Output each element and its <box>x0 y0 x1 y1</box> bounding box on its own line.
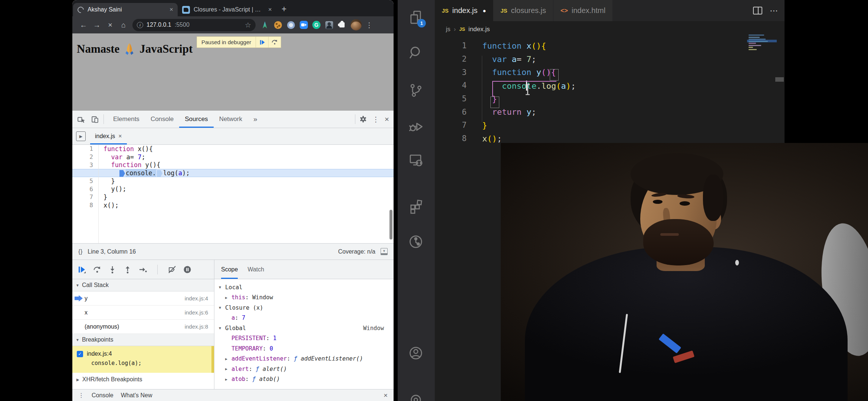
step-icon[interactable] <box>138 265 147 274</box>
tab-indexhtml[interactable]: <> index.html <box>553 0 613 21</box>
scope-section-local[interactable]: ▼Local <box>214 282 394 293</box>
scope-prop-this[interactable]: ▶this: Window <box>214 293 394 303</box>
tab-network[interactable]: Network <box>214 111 248 128</box>
source-control-icon[interactable] <box>408 82 424 99</box>
ext-colorful-icon[interactable] <box>260 20 269 29</box>
line-number[interactable]: 5 <box>72 177 98 185</box>
resume-icon[interactable] <box>78 265 86 274</box>
ext-zoom-icon[interactable] <box>299 20 308 29</box>
inspect-element-icon[interactable] <box>77 115 86 124</box>
xhr-bre akpoints-header[interactable]: ▶ XHR/fetch Breakpoints <box>72 373 214 386</box>
browser-tab-active[interactable]: Akshay Saini × <box>73 3 178 16</box>
line-number[interactable]: 2 <box>72 153 98 160</box>
account-icon[interactable] <box>408 345 424 362</box>
call-stack-frame[interactable]: x index.js:6 <box>72 306 214 320</box>
scope-section-closure[interactable]: ▼Closure (x) <box>214 303 394 313</box>
tab-console[interactable]: Console <box>145 111 179 128</box>
device-toolbar-icon[interactable] <box>91 115 100 124</box>
search-icon[interactable] <box>408 45 424 61</box>
drawer-menu-icon[interactable]: ⋮ <box>78 392 84 399</box>
drawer-tab-whats-new[interactable]: What's New <box>121 392 152 399</box>
devtools-close-icon[interactable]: × <box>385 115 389 124</box>
step-out-icon[interactable] <box>123 265 132 274</box>
back-icon[interactable]: ← <box>77 21 90 29</box>
new-tab-button[interactable]: + <box>276 4 292 16</box>
ext-loom-icon[interactable] <box>286 20 295 29</box>
ext-profile-icon[interactable] <box>325 20 333 29</box>
timeline-icon[interactable] <box>408 234 424 250</box>
ext-grammarly-icon[interactable]: G <box>312 21 320 29</box>
line-number[interactable]: 8 <box>72 202 98 209</box>
run-debug-icon[interactable] <box>408 119 424 135</box>
tab-close-icon[interactable]: × <box>170 6 173 13</box>
tab-scope[interactable]: Scope <box>221 260 238 279</box>
resume-script-icon[interactable] <box>256 37 268 48</box>
bookmark-star-icon[interactable]: ☆ <box>245 21 251 29</box>
step-into-icon[interactable] <box>108 265 117 274</box>
line-number[interactable]: 6 <box>72 186 98 193</box>
tab-indexjs[interactable]: JS index.js ● <box>435 0 493 21</box>
remote-explorer-icon[interactable] <box>408 152 424 169</box>
file-tab-close-icon[interactable]: × <box>118 133 122 140</box>
step-over-icon[interactable] <box>93 265 102 274</box>
scope-prop-temporary[interactable]: TEMPORARY: 0 <box>214 343 394 354</box>
extensions-puzzle-icon[interactable] <box>338 20 346 29</box>
unsaved-dot-icon[interactable]: ● <box>483 7 486 14</box>
split-editor-icon[interactable] <box>753 7 762 14</box>
tab-watch[interactable]: Watch <box>247 260 264 279</box>
tab-closuresjs[interactable]: JS closures.js <box>493 0 553 21</box>
line-number[interactable]: 7 <box>72 193 98 200</box>
source-file-tab[interactable]: index.js × <box>90 128 127 144</box>
coverage-icon[interactable]: ▼ <box>381 248 388 255</box>
code-area[interactable]: 1function x(){ 2 var a= 7; 3 function y(… <box>435 37 785 145</box>
show-navigator-icon[interactable]: ▶ <box>76 131 86 141</box>
breakpoints-header[interactable]: ▼ Breakpoints <box>72 334 214 346</box>
editor-scrollbar-thumb[interactable] <box>775 77 784 82</box>
step-over-icon[interactable] <box>268 37 281 48</box>
tab-sources[interactable]: Sources <box>179 111 213 128</box>
home-icon[interactable]: ⌂ <box>117 21 130 29</box>
breakpoint-entry[interactable]: ✓ index.js:4 console.log(a); <box>72 346 214 373</box>
settings-gear-icon[interactable] <box>359 115 367 123</box>
scrollbar-thumb[interactable] <box>389 210 392 239</box>
active-bracket-guide-top <box>492 81 556 82</box>
pause-on-exceptions-icon[interactable] <box>183 265 192 274</box>
scope-prop-atob[interactable]: ▶atob: ƒ atob() <box>214 374 394 385</box>
devtools-menu-icon[interactable]: ⋮ <box>372 115 379 124</box>
scope-prop-addeventlistener[interactable]: ▶addEventListener: ƒ addEventListener() <box>214 354 394 364</box>
line-number[interactable]: 3 <box>72 162 98 169</box>
call-stack-header[interactable]: ▼ Call Stack <box>72 279 214 291</box>
ext-cookie-icon[interactable] <box>273 20 282 29</box>
settings-gear-icon[interactable] <box>408 392 424 401</box>
tab-close-icon[interactable]: × <box>268 6 272 13</box>
extensions-icon[interactable] <box>408 198 424 215</box>
drawer-close-icon[interactable]: × <box>384 391 388 400</box>
line-number[interactable]: 1 <box>72 145 98 152</box>
breadcrumb-file[interactable]: index.js <box>468 26 490 33</box>
call-stack-frame[interactable]: (anonymous) index.js:8 <box>72 320 214 334</box>
address-bar[interactable]: i 127.0.0.1 :5500 ☆ <box>132 19 256 31</box>
scope-section-global[interactable]: ▼GlobalWindow <box>214 323 394 333</box>
breadcrumb[interactable]: js › JS index.js <box>435 21 785 37</box>
browser-menu-icon[interactable]: ⋮ <box>366 21 373 29</box>
breakpoint-checkbox[interactable]: ✓ <box>77 351 83 357</box>
source-code-editor[interactable]: 1function x(){ 2 var a= 7; 3 function y(… <box>72 145 394 243</box>
editor-more-icon[interactable]: ⋯ <box>770 6 778 16</box>
deactivate-breakpoints-icon[interactable] <box>168 265 177 274</box>
pretty-print-icon[interactable]: {} <box>78 248 82 255</box>
more-tabs-icon[interactable]: » <box>248 111 263 128</box>
tab-elements[interactable]: Elements <box>108 111 145 128</box>
breadcrumb-folder[interactable]: js <box>446 26 450 33</box>
drawer-tab-console[interactable]: Console <box>92 392 114 399</box>
site-info-icon[interactable]: i <box>137 22 143 28</box>
files-icon[interactable]: 1 <box>408 10 424 26</box>
stop-icon[interactable]: × <box>103 21 117 29</box>
forward-icon[interactable]: → <box>90 21 103 29</box>
browser-tab-mdn[interactable]: Closures - JavaScript | MDN × <box>178 3 276 16</box>
scope-prop-alert[interactable]: ▶alert: ƒ alert() <box>214 364 394 374</box>
scope-prop-a[interactable]: a: 7 <box>214 313 394 323</box>
call-stack-frame[interactable]: y index.js:4 <box>72 291 214 306</box>
scope-prop-persistent[interactable]: PERSISTENT: 1 <box>214 333 394 344</box>
minimap[interactable] <box>749 35 775 51</box>
profile-avatar[interactable] <box>351 19 362 30</box>
